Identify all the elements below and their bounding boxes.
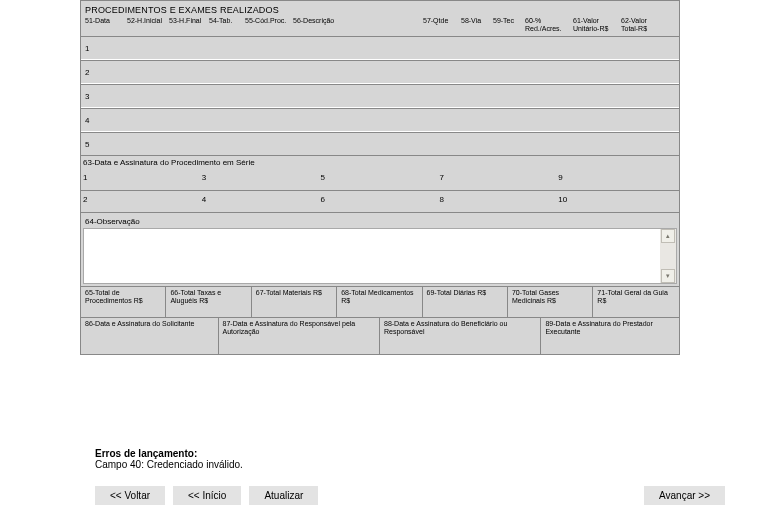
errors-title: Erros de lançamento:: [95, 448, 197, 459]
proc-row: 1: [81, 36, 679, 60]
proc-row: 4: [81, 108, 679, 132]
sign-87: 87-Data e Assinatura do Responsável pela…: [219, 318, 380, 354]
section-title: PROCEDIMENTOS E EXAMES REALIZADOS: [81, 1, 679, 17]
sign-88: 88-Data e Assinatura do Beneficiário ou …: [380, 318, 541, 354]
col-53: 53-H.Final: [169, 17, 209, 32]
buttons-left: << Voltar << Início Atualizar: [95, 486, 318, 505]
col-62: 62-Valor Total-R$: [621, 17, 661, 32]
columns-header: 51-Data 52-H.Inicial 53-H.Final 54-Tab. …: [81, 17, 679, 36]
errors-block: Erros de lançamento: Campo 40: Credencia…: [95, 448, 243, 470]
back-button[interactable]: << Voltar: [95, 486, 165, 505]
col-61: 61-Valor Unitário-R$: [573, 17, 621, 32]
col-59: 59-Tec: [493, 17, 525, 32]
proc-row: 2: [81, 60, 679, 84]
total-69: 69-Total Diárias R$: [423, 287, 508, 317]
col-55: 55-Cód.Proc.: [245, 17, 293, 32]
total-70: 70-Total Gases Medicinais R$: [508, 287, 593, 317]
next-button[interactable]: Avançar >>: [644, 486, 725, 505]
obs-textarea[interactable]: ▴ ▾: [83, 228, 677, 284]
proc-row: 3: [81, 84, 679, 108]
serie-row-bottom: 246810: [81, 190, 679, 212]
proc-row: 5: [81, 132, 679, 155]
obs-block: 64-Observação ▴ ▾: [81, 212, 679, 286]
signatures-row: 86-Data e Assinatura do Solicitante 87-D…: [81, 317, 679, 354]
sign-86: 86-Data e Assinatura do Solicitante: [81, 318, 219, 354]
total-66: 66-Total Taxas e Aluguéis R$: [166, 287, 251, 317]
obs-label: 64-Observação: [83, 215, 677, 228]
scroll-down-icon[interactable]: ▾: [661, 269, 675, 283]
total-68: 68-Total Medicamentos R$: [337, 287, 422, 317]
serie-label: 63-Data e Assinatura do Procedimento em …: [81, 155, 679, 169]
form-container: PROCEDIMENTOS E EXAMES REALIZADOS 51-Dat…: [80, 0, 680, 355]
totals-row: 65-Total de Procedimentos R$ 66-Total Ta…: [81, 286, 679, 317]
update-button[interactable]: Atualizar: [249, 486, 318, 505]
col-58: 58-Via: [461, 17, 493, 32]
col-60: 60-% Red./Acres.: [525, 17, 573, 32]
scrollbar[interactable]: ▴ ▾: [660, 229, 676, 283]
col-52: 52-H.Inicial: [127, 17, 169, 32]
col-57: 57-Qtde: [423, 17, 461, 32]
total-71: 71-Total Geral da Guia R$: [593, 287, 679, 317]
sign-89: 89-Data e Assinatura do Prestador Execut…: [541, 318, 679, 354]
col-54: 54-Tab.: [209, 17, 245, 32]
scroll-up-icon[interactable]: ▴: [661, 229, 675, 243]
buttons-right: Avançar >>: [644, 486, 725, 505]
start-button[interactable]: << Início: [173, 486, 241, 505]
col-56: 56-Descrição: [293, 17, 423, 32]
errors-line: Campo 40: Credenciado inválido.: [95, 459, 243, 470]
total-67: 67-Total Materiais R$: [252, 287, 337, 317]
col-51: 51-Data: [85, 17, 127, 32]
serie-row-top: 13579: [81, 169, 679, 190]
total-65: 65-Total de Procedimentos R$: [81, 287, 166, 317]
